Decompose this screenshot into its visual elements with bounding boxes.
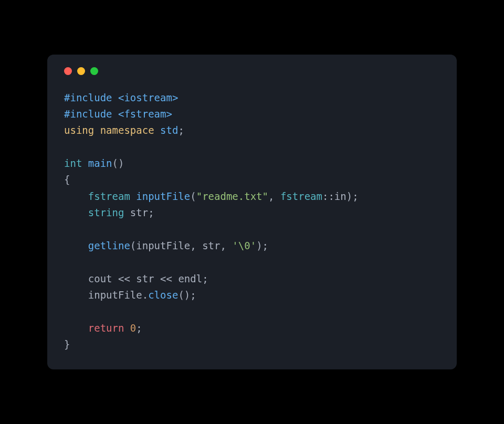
brace-token: } [64, 338, 70, 350]
type-token: fstream [88, 190, 130, 202]
op-token: << [154, 273, 178, 284]
code-block: #include <iostream> #include <fstream> u… [64, 90, 440, 353]
type-token: int [64, 157, 82, 169]
punct-token: () [112, 157, 124, 169]
punct-token: . [142, 289, 148, 301]
indent [64, 240, 88, 251]
punct-token: , [190, 240, 202, 251]
brace-token: { [64, 174, 70, 185]
keyword-token: return [88, 322, 124, 334]
punct-token: ( [190, 190, 196, 202]
var-token: inputFile [136, 190, 190, 202]
var-token: inputFile [136, 240, 190, 251]
type-token: fstream [280, 190, 322, 202]
namespace-token: std [160, 124, 178, 136]
code-window: #include <iostream> #include <fstream> u… [47, 55, 457, 370]
punct-token: , [268, 190, 280, 202]
func-token: main [88, 157, 112, 169]
header-token: <iostream> [118, 92, 178, 103]
punct-token: ; [178, 124, 184, 136]
punct-token: ; [202, 273, 208, 284]
var-token: str [130, 207, 148, 218]
var-token: str [136, 273, 154, 284]
maximize-button[interactable] [90, 67, 98, 75]
punct-token: (); [178, 289, 196, 301]
keyword-token: namespace [100, 124, 154, 136]
type-token: string [88, 207, 124, 218]
punct-token: ; [136, 322, 142, 334]
keyword-token: using [64, 124, 94, 136]
char-token: '\0' [232, 240, 256, 251]
var-token: str [202, 240, 220, 251]
window-titlebar [64, 67, 440, 75]
var-token: cout [88, 273, 112, 284]
var-token: endl [178, 273, 202, 284]
indent [64, 207, 88, 218]
close-button[interactable] [64, 67, 72, 75]
indent [64, 322, 88, 334]
func-token: getline [88, 240, 130, 251]
punct-token: ; [148, 207, 154, 218]
op-token: << [112, 273, 136, 284]
number-token: 0 [130, 322, 136, 334]
string-token: "readme.txt" [196, 190, 268, 202]
punct-token: ( [130, 240, 136, 251]
preproc-token: #include [64, 108, 118, 120]
func-token: close [148, 289, 178, 301]
punct-token: ); [346, 190, 359, 202]
preproc-token: #include [64, 92, 118, 103]
punct-token: , [220, 240, 232, 251]
header-token: <fstream> [118, 108, 172, 120]
indent [64, 273, 88, 284]
member-token: in [334, 190, 346, 202]
space [124, 322, 130, 334]
var-token: inputFile [88, 289, 142, 301]
scope-token: :: [322, 190, 334, 202]
punct-token: ); [256, 240, 268, 251]
indent [64, 289, 88, 301]
indent [64, 190, 88, 202]
minimize-button[interactable] [77, 67, 85, 75]
